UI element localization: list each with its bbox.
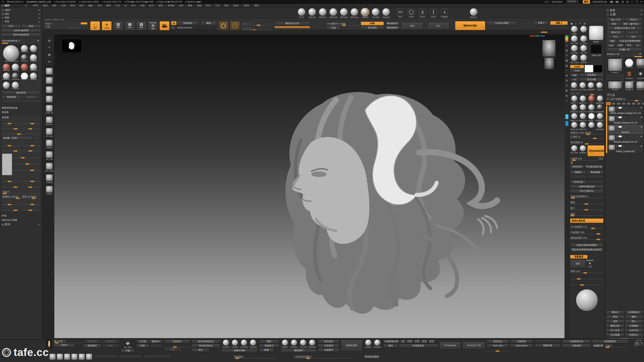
switch-color-button[interactable]: 切换颜色 <box>580 73 603 77</box>
zscript-name[interactable]: DefaultZScript <box>593 1 607 3</box>
tool-scroll-accent[interactable] <box>634 56 642 57</box>
copy-material-button[interactable]: 复制材质 <box>2 95 21 99</box>
mixer-slider[interactable] <box>2 131 40 134</box>
edit-button[interactable]: ⬚Edit <box>90 21 100 31</box>
brush-slot[interactable]: 27 <box>587 96 595 104</box>
brush-slot[interactable]: CurveBr <box>240 340 248 348</box>
sharpen-mask-button[interactable]: 锐化遮罩 <box>318 340 339 343</box>
menus-button[interactable]: 菜单 <box>583 0 590 4</box>
nav-icon[interactable]: ⬓ <box>565 64 569 67</box>
strip-brush-slot[interactable]: LOW TR <box>45 105 54 114</box>
dim-button[interactable] <box>587 175 604 178</box>
elastic-mode-button[interactable]: 弹性模式 <box>102 340 119 343</box>
brush-slot[interactable]: JN_Clay <box>579 82 587 91</box>
current-brush-thumb[interactable] <box>589 26 603 40</box>
mixer-slider[interactable] <box>22 126 40 129</box>
polish-dot-icon[interactable]: ◦ <box>598 158 598 160</box>
eye-icon[interactable]: ◉ <box>640 107 642 109</box>
strip-brush-slot[interactable]: Polister <box>45 140 54 149</box>
brush-slot[interactable]: Smooth <box>579 55 588 64</box>
tray-button[interactable]: 可见 <box>625 43 633 47</box>
nav-icon[interactable]: ▤ <box>565 94 569 97</box>
dim-slider[interactable] <box>570 276 603 279</box>
brush-thumb[interactable] <box>64 353 70 360</box>
bake-all-button[interactable]: 全部烘焙 <box>562 344 591 348</box>
subtool-row[interactable]: ✎· · ·◉PM3D_Merged_deluge B 04_19 <box>608 106 643 115</box>
strip-brush-slot[interactable] <box>45 96 54 103</box>
history-progress-bar[interactable] <box>275 26 310 28</box>
reload-icon[interactable]: ↻ <box>25 5 27 7</box>
zsub-button[interactable]: Zsub <box>570 69 584 72</box>
tray-button[interactable]: 复制工具 <box>607 31 624 34</box>
material-slot[interactable]: RIDER(1 <box>2 72 11 80</box>
dial-icon[interactable] <box>639 342 643 346</box>
brush-slot[interactable]: SimpleM <box>596 104 604 113</box>
brush-slot[interactable] <box>579 26 588 35</box>
strip-brush-slot[interactable] <box>45 77 54 84</box>
tool-thumb-slot[interactable]: 4Merged <box>607 80 623 91</box>
menu-item[interactable]: Z插件 <box>231 4 242 7</box>
menu-item[interactable]: 工具 <box>213 4 222 7</box>
mixer-slider[interactable] <box>22 201 40 205</box>
eye-icon[interactable]: ◉ <box>640 126 642 128</box>
subtool-tab-V5[interactable]: V5 <box>626 102 631 105</box>
target-polygons-slider[interactable]: ● 目标多边形数 5 <box>294 355 351 358</box>
material-slot[interactable]: MatCap <box>2 63 11 71</box>
boolean-make-button[interactable]: 生成布尔网格 <box>487 21 517 25</box>
menu-item[interactable]: 色彩 <box>50 4 59 7</box>
material-slot[interactable]: Startup <box>11 63 20 71</box>
store-morph-button[interactable]: 存储变换目标 <box>383 340 400 343</box>
material-slot[interactable]: SimpleM <box>11 72 20 80</box>
wrench-icon[interactable]: ⌬ <box>607 13 609 16</box>
palette-header-材质[interactable]: ⁘材质↻ <box>1 20 41 23</box>
zscript-play-icon[interactable]: ▮▮▸ <box>616 1 619 3</box>
grow-mask-button[interactable]: 扩展遮罩 <box>318 344 339 348</box>
brush-slot[interactable]: RIDER(1 <box>596 113 604 122</box>
texture-quick-button[interactable] <box>230 21 240 31</box>
mixer-slider[interactable] <box>13 167 40 170</box>
stroke-slot[interactable]: ⇣Dragger <box>440 8 449 18</box>
menu-item[interactable]: 标记 <box>129 4 138 7</box>
tray-button[interactable]: 克隆 <box>607 39 617 43</box>
brush-slot[interactable]: JN_CoD <box>570 35 579 44</box>
material-slot[interactable]: 27 <box>20 63 29 71</box>
subtool-row[interactable]: ✎· · ·◉Extract1 <box>608 125 643 134</box>
divider-right-icon[interactable]: ▥ <box>626 1 629 3</box>
flip-button[interactable]: 翻转 <box>259 340 279 343</box>
dim-button[interactable] <box>150 344 163 348</box>
tray-button[interactable]: GoZ <box>607 44 615 47</box>
boolean-preview-button[interactable]: 预览布尔渲染 <box>455 21 485 30</box>
delhidden-button[interactable]: 删除隐藏 <box>587 170 604 174</box>
menu-item[interactable]: 模板 <box>186 4 195 7</box>
tray-button[interactable]: 删除其他 <box>606 324 624 328</box>
tool-thumb-slot[interactable]: PolySph <box>624 58 634 68</box>
toggle-capsule-icon[interactable] <box>618 126 622 128</box>
eye-icon[interactable]: ◉ <box>640 135 642 138</box>
mixer-slider[interactable] <box>22 207 40 210</box>
dim-slider[interactable] <box>487 348 509 351</box>
brush-slot[interactable]: PlanarR <box>587 82 595 91</box>
mixer-slider[interactable] <box>2 120 20 124</box>
subtool-tab-V1[interactable]: V1 <box>606 102 611 105</box>
strip-brush-slot[interactable] <box>45 68 54 75</box>
twist-button[interactable]: 扭曲 <box>164 348 182 351</box>
tray-button[interactable]: 自动重命名 <box>625 310 643 314</box>
color-swatch-white[interactable] <box>585 65 593 72</box>
nav-icon[interactable]: ✛ <box>565 44 569 47</box>
lock-surface-button[interactable]: 固定曲面 <box>84 340 101 343</box>
menu-item[interactable]: 影片 <box>147 4 156 7</box>
palette-header-渲染[interactable]: ◍渲染↻ <box>1 12 41 16</box>
material-group-r-button[interactable]: R <box>36 39 40 42</box>
dim-slider[interactable] <box>570 282 603 285</box>
dim-button[interactable] <box>94 355 117 358</box>
shrink-mask-button[interactable]: 缩减遮罩 <box>318 348 339 352</box>
brush-slot[interactable]: Nash Cu <box>570 122 578 130</box>
resolution-slider[interactable]: 分辨率 128 <box>570 157 597 160</box>
active-tool-name[interactable]: Extract1. S1 <box>607 53 619 55</box>
brush-slot[interactable]: Magnify <box>381 8 391 18</box>
document-thumbnail[interactable] <box>62 39 82 53</box>
reference-image-large[interactable] <box>542 40 555 57</box>
polypaint-from-groups-button[interactable]: 通过多边形组绘制多边形色彩 <box>570 248 603 252</box>
dim-button[interactable] <box>144 355 171 358</box>
menu-item[interactable]: 笔触 <box>195 4 204 7</box>
